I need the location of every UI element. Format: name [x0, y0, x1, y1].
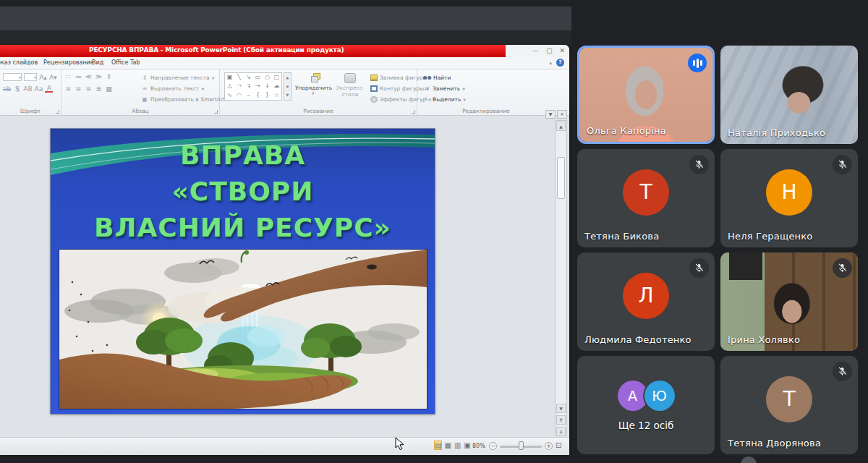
shapes-gallery-scrollbar[interactable]: ▲▪▼	[284, 72, 292, 101]
shape-oval-icon[interactable]: ○	[263, 73, 272, 82]
numbering-icon[interactable]: ≔	[75, 73, 82, 80]
speaking-indicator-icon	[688, 54, 707, 72]
arrange-button[interactable]: Упорядочить ▼	[295, 73, 331, 95]
participant-name: Людмила Федотенко	[584, 334, 692, 345]
character-spacing-button[interactable]: АВ	[23, 85, 32, 93]
overflow-count-label: Ще 12 осіб	[577, 420, 715, 431]
align-right-icon[interactable]: ≡	[85, 85, 93, 93]
shapes-gallery[interactable]: ▣ ╲ ↘ ▭ ○ ▢ △ ¬ ↴ → ↓ ☁ ∿ ◠ ⌣ { }	[224, 72, 282, 101]
align-text-button[interactable]: ≡ Выровнять текст▼	[141, 85, 204, 92]
scroll-up-icon[interactable]: ▲	[556, 122, 566, 131]
shape-cloud-icon[interactable]: ☁	[272, 82, 281, 90]
convert-smartart-button[interactable]: ▣ Преобразовать в SmartArt▼	[141, 96, 230, 103]
split-pane-icon[interactable]: ▼	[545, 110, 556, 119]
increase-indent-icon[interactable]: ≫	[95, 73, 103, 80]
help-icon[interactable]: ?	[556, 59, 564, 67]
paragraph-dialog-launcher-icon[interactable]	[214, 110, 218, 114]
tab-review[interactable]: Рецензирование	[43, 59, 94, 66]
strikethrough-button[interactable]: ab	[3, 85, 11, 93]
shape-elbow-icon[interactable]: ¬	[234, 82, 244, 90]
shape-line-icon[interactable]: ╲	[234, 73, 244, 82]
shape-star-icon[interactable]: ☆	[272, 91, 281, 100]
normal-view-icon[interactable]: ▤	[435, 441, 441, 449]
next-slide-icon[interactable]: ⇊	[556, 427, 566, 436]
scroll-down-icon[interactable]: ▼	[556, 404, 566, 413]
shape-triangle-icon[interactable]: △	[225, 82, 234, 90]
align-left-icon[interactable]: ≡	[64, 85, 72, 93]
mic-off-icon	[833, 362, 852, 381]
shape-right-arrow-icon[interactable]: →	[253, 82, 263, 90]
participant-tile-overflow[interactable]: А Ю Ще 12 осіб	[577, 356, 715, 454]
title-bar: РЕСУРСНА ВПРАВА - Microsoft PowerPoint (…	[0, 45, 569, 57]
participant-tile-liudmyla[interactable]: Л Людмила Федотенко	[577, 252, 715, 351]
editing-group: Найти ⇄ Заменить▼ ↖ Выделить▼ Редактиров…	[417, 69, 555, 115]
font-color-button[interactable]: А	[45, 85, 53, 93]
shape-curve-icon[interactable]: ⌣	[244, 91, 253, 100]
mic-off-icon	[833, 258, 852, 278]
zoom-out-icon[interactable]: −	[489, 442, 497, 450]
shape-rectangle-icon[interactable]: ▭	[253, 73, 263, 82]
minimize-icon[interactable]: —	[532, 46, 539, 56]
text-shadow-button[interactable]: S	[13, 85, 21, 93]
font-dialog-launcher-icon[interactable]	[56, 110, 59, 114]
shape-arc-icon[interactable]: ◠	[234, 91, 244, 100]
tab-slideshow[interactable]: Показ слайдов	[0, 59, 38, 66]
vertical-scrollbar[interactable]: ▲ ▼ ⇈ ⇊	[555, 120, 567, 433]
slide-canvas[interactable]: ВПРАВА «СТВОРИ ВЛАСНИЙ РЕСУРС»	[51, 129, 435, 414]
quick-styles-button[interactable]: Экспресс-стили	[333, 73, 367, 98]
shrink-font-button[interactable]: А▾	[49, 74, 57, 81]
columns-icon[interactable]: ▦	[105, 85, 113, 93]
shape-freeform-icon[interactable]: ∿	[225, 91, 234, 100]
select-button[interactable]: ↖ Выделить▼	[423, 96, 466, 103]
close-icon[interactable]: ✕	[559, 46, 565, 56]
bullets-icon[interactable]: ∷	[64, 73, 72, 80]
align-center-icon[interactable]: ≡	[75, 85, 82, 93]
participant-tile-olha[interactable]: Ольга Капоріна	[577, 46, 715, 144]
change-case-button[interactable]: Аа	[35, 85, 43, 93]
participant-tile-tetiana-dvorianova[interactable]: Т Тетяна Дворянова	[720, 356, 858, 454]
shape-arrow-icon[interactable]: ↘	[244, 73, 253, 82]
reading-view-icon[interactable]: ▥	[454, 441, 461, 449]
justify-icon[interactable]: ≣	[95, 85, 103, 93]
shape-textbox-icon[interactable]: ▣	[225, 73, 234, 82]
participant-tile-nelia[interactable]: Н Неля Геращенко	[720, 149, 858, 247]
zoom-slider-thumb[interactable]	[519, 441, 524, 450]
tab-office-tab[interactable]: Office Tab	[111, 59, 140, 66]
participant-tile-iryna[interactable]: Ірина Холявко	[720, 252, 858, 351]
scrollbar-thumb[interactable]	[557, 157, 565, 199]
overflow-peek-avatar	[741, 456, 757, 463]
powerpoint-window: РЕСУРСНА ВПРАВА - Microsoft PowerPoint (…	[0, 45, 569, 455]
window-title: РЕСУРСНА ВПРАВА - Microsoft PowerPoint (…	[89, 46, 344, 54]
participant-tile-tetiana-bykova[interactable]: Т Тетяна Бикова	[577, 149, 715, 247]
avatar: Л	[623, 273, 669, 319]
participant-tile-natalia[interactable]: Наталія Приходько	[720, 46, 858, 144]
shape-down-arrow-icon[interactable]: ↓	[263, 82, 272, 90]
shape-elbow-arrow-icon[interactable]: ↴	[244, 82, 253, 90]
mic-off-icon	[833, 155, 852, 174]
find-button[interactable]: Найти	[423, 75, 451, 81]
decrease-indent-icon[interactable]: ≪	[85, 73, 93, 80]
font-name-combo[interactable]: ▾	[3, 73, 22, 81]
drawing-dialog-launcher-icon[interactable]	[412, 110, 415, 114]
avatar: Т	[623, 169, 669, 216]
slide-sorter-icon[interactable]: ▦	[444, 441, 451, 449]
tab-view[interactable]: Вид	[92, 59, 103, 66]
previous-slide-icon[interactable]: ⇈	[556, 415, 566, 425]
replace-button[interactable]: ⇄ Заменить▼	[423, 85, 465, 92]
fit-to-window-icon[interactable]: ⊡	[556, 441, 561, 449]
slideshow-view-icon[interactable]: ▣	[464, 441, 470, 449]
slide-title-line2: «СТВОРИ	[51, 174, 435, 210]
grow-font-button[interactable]: А▴	[39, 74, 47, 81]
line-spacing-icon[interactable]: ⇕	[105, 73, 113, 80]
close-pane-icon[interactable]: ✕	[557, 110, 567, 119]
shape-brace-right-icon[interactable]: }	[263, 91, 272, 100]
shape-fill-icon	[370, 75, 378, 81]
text-direction-button[interactable]: ↕ Направление текста▼	[141, 75, 215, 81]
shape-rounded-rect-icon[interactable]: ▢	[272, 73, 281, 82]
ribbon-collapse-icon[interactable]: ▴	[549, 60, 552, 66]
font-size-combo[interactable]: ▾	[24, 73, 37, 81]
zoom-in-icon[interactable]: +	[545, 442, 553, 450]
maximize-icon[interactable]: ▢	[546, 46, 553, 56]
shape-brace-left-icon[interactable]: {	[253, 91, 263, 100]
mic-off-icon	[689, 155, 709, 174]
